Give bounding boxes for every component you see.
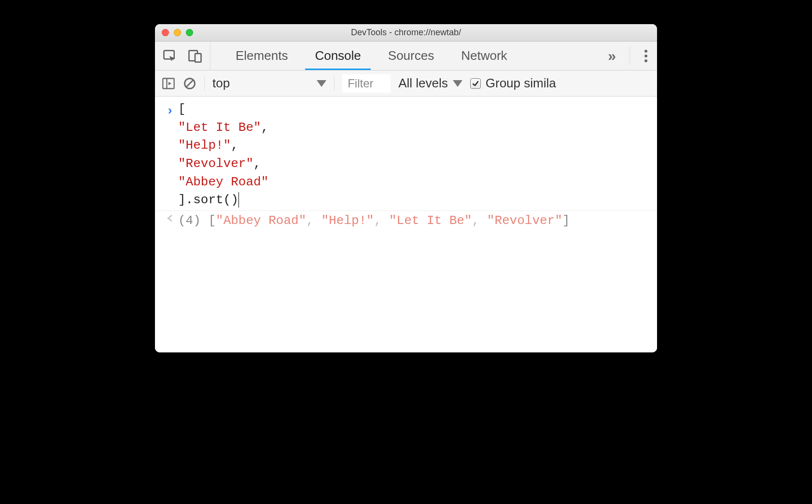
tab-label: Network bbox=[461, 48, 507, 63]
traffic-lights bbox=[162, 29, 193, 36]
device-toolbar-icon[interactable] bbox=[188, 49, 202, 63]
tabs-overflow-button[interactable]: » bbox=[608, 48, 616, 64]
context-label: top bbox=[212, 76, 230, 91]
divider bbox=[630, 46, 630, 65]
minimize-window-button[interactable] bbox=[174, 29, 181, 36]
group-similar-label: Group simila bbox=[486, 76, 556, 91]
levels-label: All levels bbox=[398, 76, 448, 91]
separator bbox=[204, 76, 205, 91]
console-toolbar: top Filter All levels Group simila bbox=[155, 70, 657, 97]
input-prompt-icon: › bbox=[166, 102, 174, 121]
inspect-element-icon[interactable] bbox=[163, 49, 177, 63]
tab-network[interactable]: Network bbox=[448, 42, 520, 70]
svg-point-10 bbox=[167, 218, 168, 219]
group-similar-toggle[interactable]: Group simila bbox=[470, 76, 556, 91]
tab-console[interactable]: Console bbox=[301, 42, 374, 70]
console-eager-eval-row: (4) ["Abbey Road", "Help!", "Let It Be",… bbox=[155, 210, 657, 231]
execution-context-selector[interactable]: top bbox=[212, 76, 326, 91]
svg-point-4 bbox=[644, 55, 647, 57]
svg-point-3 bbox=[644, 50, 647, 53]
devtools-window: DevTools - chrome://newtab/ bbox=[155, 24, 657, 352]
log-levels-selector[interactable]: All levels bbox=[398, 76, 462, 91]
separator bbox=[334, 76, 335, 91]
more-options-icon[interactable] bbox=[644, 49, 648, 63]
console-sidebar-toggle-icon[interactable] bbox=[162, 77, 175, 90]
tab-elements[interactable]: Elements bbox=[222, 42, 301, 70]
tab-label: Sources bbox=[388, 48, 434, 63]
console-input-code[interactable]: [ "Let It Be", "Help!", "Revolver", "Abb… bbox=[178, 100, 650, 210]
svg-rect-2 bbox=[195, 54, 201, 62]
chevron-down-icon bbox=[317, 80, 326, 87]
console-preview-code: (4) ["Abbey Road", "Help!", "Let It Be",… bbox=[178, 212, 650, 230]
svg-line-9 bbox=[186, 80, 193, 87]
tab-label: Elements bbox=[236, 48, 288, 63]
clear-console-icon[interactable] bbox=[183, 77, 196, 90]
close-window-button[interactable] bbox=[162, 29, 169, 36]
checkbox-checked-icon bbox=[470, 78, 481, 89]
console-body: › [ "Let It Be", "Help!", "Revolver", "A… bbox=[155, 97, 657, 352]
zoom-window-button[interactable] bbox=[186, 29, 193, 36]
output-preview-icon bbox=[162, 212, 178, 223]
tabs-list: Elements Console Sources Network bbox=[210, 42, 521, 70]
tab-sources[interactable]: Sources bbox=[375, 42, 448, 70]
titlebar: DevTools - chrome://newtab/ bbox=[155, 24, 657, 42]
tabs-bar: Elements Console Sources Network » bbox=[155, 42, 657, 70]
window-title: DevTools - chrome://newtab/ bbox=[155, 28, 657, 38]
console-input-row[interactable]: › [ "Let It Be", "Help!", "Revolver", "A… bbox=[155, 99, 657, 210]
chevron-down-icon bbox=[453, 80, 462, 87]
tab-label: Console bbox=[315, 48, 361, 63]
svg-point-5 bbox=[644, 59, 647, 62]
filter-input[interactable]: Filter bbox=[342, 74, 391, 93]
